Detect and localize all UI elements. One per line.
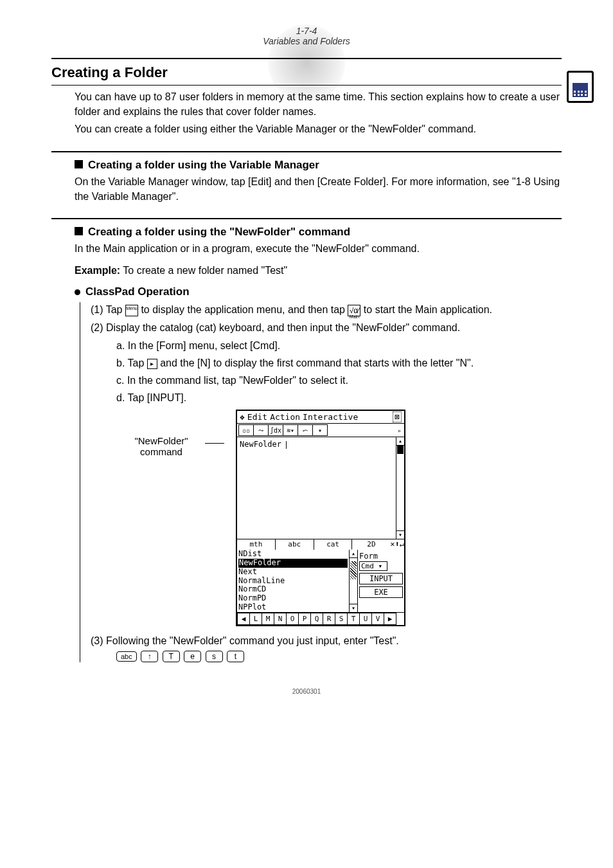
form-label: Form xyxy=(359,552,378,561)
substeps: a. In the [Form] menu, select [Cmd]. b. … xyxy=(116,338,562,406)
keycap-shift: ↑ xyxy=(141,651,158,662)
keycap-abc: abc xyxy=(116,651,137,662)
catalog-side-panel: Form Cmd ▾ INPUT EXE xyxy=(358,550,404,612)
letter-key: R xyxy=(323,613,335,625)
list-item: NormalLine xyxy=(238,577,348,586)
list-item: Next xyxy=(238,568,348,577)
toolbar-btn: ▫▫ xyxy=(238,424,254,436)
scroll-track xyxy=(350,561,357,579)
rule xyxy=(51,151,562,152)
keycap-T: T xyxy=(163,651,180,662)
scroll-thumb xyxy=(397,445,404,454)
callout-leader-line xyxy=(205,443,224,444)
step-2: (2) Display the catalog (cat) keyboard, … xyxy=(91,320,562,336)
close-icon: ⊠ xyxy=(393,411,402,422)
device-screenshot: ❖ Edit Action Interactive ⊠ ▫▫ ⤳ ∫dx ≋▾ … xyxy=(236,410,405,626)
intro-paragraph-2: You can create a folder using either the… xyxy=(75,122,562,136)
toolbar-btn: ∫dx xyxy=(268,424,283,436)
kb-close-button: ✕ xyxy=(390,539,395,550)
letter-key: U xyxy=(359,613,372,625)
play-forward-icon: ▸ xyxy=(147,359,157,369)
scroll-up-icon: ▴ xyxy=(350,550,357,558)
keycap-t: t xyxy=(227,651,244,662)
device-workarea: NewFolder ▴ ▾ xyxy=(237,437,404,539)
main-app-icon: √α⁄Main xyxy=(348,305,360,316)
intro-paragraph-1: You can have up to 87 user folders in me… xyxy=(75,89,562,119)
letter-key: O xyxy=(286,613,299,625)
keycap-s: s xyxy=(206,651,223,662)
toolbar-btn: ⤳ xyxy=(253,424,269,436)
footer-number: 20060301 xyxy=(51,688,562,695)
sec1-body: On the Variable Manager window, tap [Edi… xyxy=(75,174,562,204)
scroll-down-icon: ▾ xyxy=(396,530,404,539)
menu-action: Action xyxy=(270,412,300,422)
classpad-operation-heading: ClassPad Operation xyxy=(75,285,562,298)
sec2-body: In the Main application or in a program,… xyxy=(75,241,562,256)
page-ref: 1-7-4 xyxy=(296,26,317,36)
toolbar-btn: ⤺ xyxy=(298,424,313,436)
letter-key: Q xyxy=(310,613,323,625)
page-title: Creating a Folder xyxy=(51,64,562,81)
app-icon: ❖ xyxy=(240,412,245,422)
tab-2d: 2D xyxy=(352,539,390,550)
step-2d: d. Tap [INPUT]. xyxy=(116,390,562,406)
calculator-side-icon xyxy=(567,71,594,103)
example-text: To create a new folder named "Test" xyxy=(120,265,287,276)
menu-interactive: Interactive xyxy=(303,412,358,422)
square-bullet-icon xyxy=(75,227,83,235)
letter-key: ▶ xyxy=(384,613,396,625)
toolbar-more-icon: ▹ xyxy=(396,425,404,435)
step-1: (1) Tap Menu to display the application … xyxy=(91,302,562,318)
kb-up-button: ⬆ xyxy=(395,539,400,550)
rule xyxy=(51,85,562,86)
list-item: NPPlot xyxy=(238,603,348,612)
toolbar-btn: ▾ xyxy=(312,424,328,436)
letter-key: L xyxy=(249,613,262,625)
letter-key: T xyxy=(347,613,360,625)
scroll-down-icon: ▾ xyxy=(350,604,357,612)
step-3: (3) Following the "NewFolder" command yo… xyxy=(91,635,562,647)
workarea-text: NewFolder xyxy=(240,440,286,449)
example-label: Example: xyxy=(75,265,120,276)
list-item: NormCD xyxy=(238,585,348,594)
catalog-panel: NDist NewFolder Next NormalLine NormCD N… xyxy=(237,550,404,613)
tab-mth: mth xyxy=(237,539,276,550)
kb-enter-button: ↵ xyxy=(400,539,404,550)
steps-container: (1) Tap Menu to display the application … xyxy=(80,302,562,662)
subheading-newfolder-command: Creating a folder using the "NewFolder" … xyxy=(75,226,562,239)
letter-key: ◀ xyxy=(237,613,250,625)
letter-key: P xyxy=(298,613,311,625)
list-item-selected: NewFolder xyxy=(238,559,348,568)
device-toolbar: ▫▫ ⤳ ∫dx ≋▾ ⤺ ▾ ▹ xyxy=(237,424,404,437)
screenshot-row: "NewFolder" command ❖ Edit Action Intera… xyxy=(129,410,562,626)
letter-key: M xyxy=(262,613,274,625)
text-cursor xyxy=(286,441,287,449)
rule xyxy=(51,58,562,59)
workarea-scrollbar: ▴ ▾ xyxy=(396,437,404,539)
rule xyxy=(51,218,562,219)
page-header: 1-7-4 Variables and Folders xyxy=(51,26,562,46)
toolbar-btn: ≋▾ xyxy=(283,424,298,436)
keycap-sequence: abc ↑ T e s t xyxy=(116,651,562,663)
tab-cat: cat xyxy=(314,539,353,550)
form-select: Cmd ▾ xyxy=(359,561,387,571)
list-item: NDist xyxy=(238,550,348,559)
list-scrollbar: ▴ ▾ xyxy=(349,550,358,612)
step-2c: c. In the command list, tap "NewFolder" … xyxy=(116,373,562,388)
command-list: NDist NewFolder Next NormalLine NormCD N… xyxy=(237,550,349,612)
chevron-down-icon: ▾ xyxy=(378,562,383,570)
chapter-title: Variables and Folders xyxy=(263,36,350,46)
input-button: INPUT xyxy=(359,573,403,584)
exe-button: EXE xyxy=(359,586,403,598)
step-2a: a. In the [Form] menu, select [Cmd]. xyxy=(116,338,562,354)
tab-abc: abc xyxy=(276,539,314,550)
square-bullet-icon xyxy=(75,160,83,168)
menu-edit: Edit xyxy=(247,412,267,422)
letter-strip: ◀ L M N O P Q R S T U V ▶ xyxy=(237,613,404,625)
keycap-e: e xyxy=(184,651,201,662)
letter-key: V xyxy=(371,613,384,625)
subheading-variable-manager: Creating a folder using the Variable Man… xyxy=(75,159,562,172)
device-menubar: ❖ Edit Action Interactive ⊠ xyxy=(237,411,404,424)
list-item: NormPD xyxy=(238,594,348,603)
menu-icon: Menu xyxy=(125,305,138,316)
